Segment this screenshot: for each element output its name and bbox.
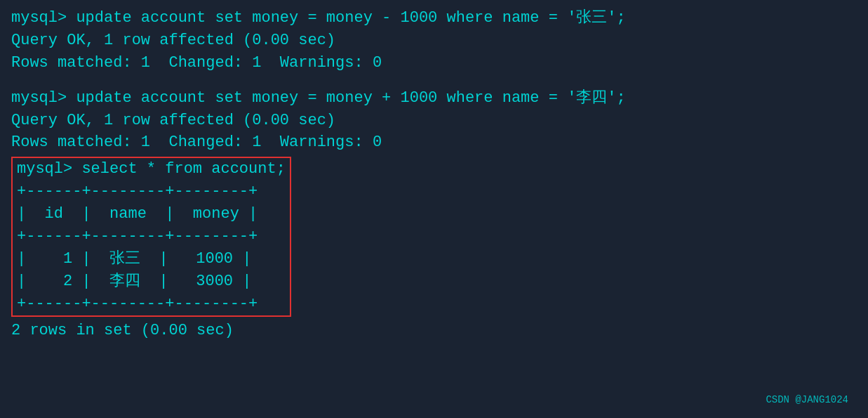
table-header: | id | name | money | (13, 203, 290, 226)
watermark: CSDN @JANG1024 (766, 394, 848, 405)
ok1-line: Query OK, 1 row affected (0.00 sec) (11, 30, 857, 52)
ok2-line: Query OK, 1 row affected (0.00 sec) (11, 110, 857, 132)
cmd2-line: mysql> update account set money = money … (11, 87, 857, 110)
table-border-bottom: +------+--------+--------+ (13, 293, 290, 315)
select-cmd-line: mysql> select * from account; (13, 158, 290, 181)
table-border-top: +------+--------+--------+ (13, 181, 290, 203)
footer-line: 2 rows in set (0.00 sec) (11, 320, 857, 342)
table-row2: | 2 | 李四 | 3000 | (13, 270, 290, 293)
cmd1-line: mysql> update account set money = money … (11, 7, 857, 30)
select-result-block: mysql> select * from account; +------+--… (11, 157, 291, 316)
rows1-line: Rows matched: 1 Changed: 1 Warnings: 0 (11, 52, 857, 74)
rows2-line: Rows matched: 1 Changed: 1 Warnings: 0 (11, 131, 857, 154)
table-border-mid: +------+--------+--------+ (13, 226, 290, 248)
table-row1: | 1 | 张三 | 1000 | (13, 248, 290, 270)
spacer1 (11, 74, 857, 87)
terminal: mysql> update account set money = money … (11, 7, 857, 411)
